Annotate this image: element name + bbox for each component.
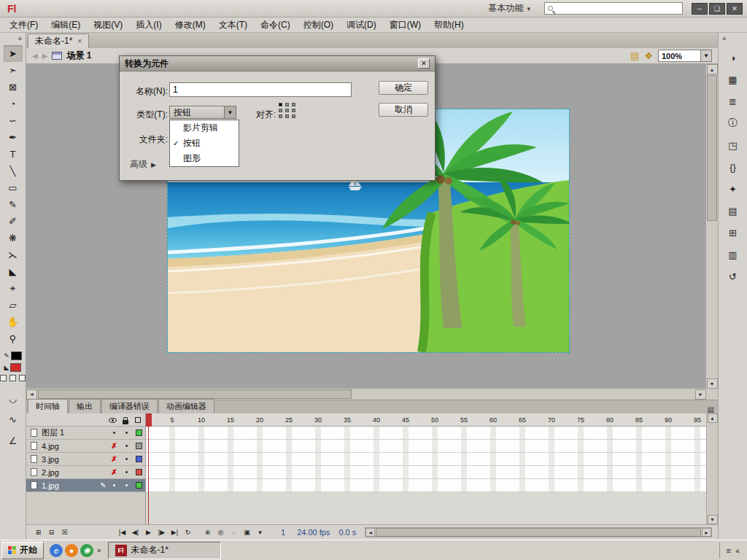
- library-panel-icon[interactable]: ▤: [724, 202, 743, 219]
- layer-row[interactable]: 1.jpg✎••: [26, 479, 706, 492]
- registration-point[interactable]: [279, 109, 282, 112]
- history-panel-icon[interactable]: ↺: [724, 268, 743, 285]
- symbol-type-option[interactable]: ✓按钮: [170, 136, 239, 151]
- layer-visibility-toggle[interactable]: ✗: [108, 468, 120, 476]
- registration-point[interactable]: [279, 103, 282, 106]
- layer-row[interactable]: 图层 1••: [26, 427, 706, 440]
- layer-name-cell[interactable]: 3.jpg✗•: [26, 453, 146, 466]
- layer-lock-toggle[interactable]: •: [120, 455, 133, 463]
- layer-outline-color-swatch[interactable]: [133, 481, 145, 490]
- dialog-title-bar[interactable]: 转换为元件 ✕: [120, 56, 435, 71]
- back-arrow-icon[interactable]: ◀: [32, 52, 38, 60]
- actions-panel-icon[interactable]: ✦: [724, 180, 743, 198]
- delete-layer-button[interactable]: ☒: [58, 526, 71, 538]
- layer-frames-strip[interactable]: [146, 427, 706, 440]
- no-color-button[interactable]: [9, 375, 16, 381]
- onion-skin-outlines-button[interactable]: ◌: [228, 526, 240, 538]
- motion-presets-panel-icon[interactable]: ▥: [724, 246, 743, 263]
- hand-tool[interactable]: ✋: [4, 314, 23, 330]
- layer-lock-toggle[interactable]: •: [120, 468, 133, 476]
- horizontal-scrollbar[interactable]: ◄ ►: [26, 389, 706, 400]
- swap-colors-button[interactable]: [19, 375, 26, 381]
- expand-panels-icon[interactable]: «: [719, 33, 727, 47]
- workspace-switcher[interactable]: 基本功能 ▾: [481, 1, 537, 16]
- layer-row[interactable]: 2.jpg✗•: [26, 466, 706, 479]
- scroll-up-icon[interactable]: ▲: [708, 413, 718, 423]
- tray-collapse-icon[interactable]: «: [735, 546, 740, 555]
- stroke-color-swatch[interactable]: [11, 351, 22, 360]
- layer-lock-toggle[interactable]: •: [120, 481, 133, 489]
- timeline-tab[interactable]: 时间轴: [28, 399, 68, 413]
- brush-tool[interactable]: ✐: [4, 213, 23, 230]
- eyedropper-tool[interactable]: ⌖: [4, 280, 23, 297]
- free-transform-tool[interactable]: ⊠: [4, 79, 23, 96]
- align-panel-icon[interactable]: ≣: [724, 93, 743, 110]
- chevron-down-icon[interactable]: ▼: [224, 106, 236, 118]
- layer-name-cell[interactable]: 1.jpg✎••: [26, 479, 146, 492]
- firefox-icon[interactable]: ●: [65, 544, 78, 557]
- scroll-right-icon[interactable]: ►: [695, 389, 706, 400]
- registration-point[interactable]: [285, 103, 289, 106]
- edit-symbols-icon[interactable]: ❖: [644, 50, 653, 61]
- transform-panel-icon[interactable]: ◳: [724, 136, 743, 154]
- layer-visibility-toggle[interactable]: ✗: [108, 455, 120, 463]
- scroll-up-icon[interactable]: ▲: [707, 64, 718, 74]
- text-tool[interactable]: T: [4, 146, 23, 163]
- layer-name-cell[interactable]: 图层 1••: [26, 427, 146, 440]
- tray-menu-icon[interactable]: ≡: [726, 546, 730, 555]
- subselection-tool[interactable]: ➣: [4, 62, 23, 79]
- layer-frames-strip[interactable]: [146, 453, 706, 466]
- layer-outline-color-swatch[interactable]: [133, 468, 145, 477]
- layer-outline-color-swatch[interactable]: [133, 442, 145, 451]
- frame-rate-readout[interactable]: 24.00 fps: [297, 528, 330, 537]
- layer-name-cell[interactable]: 4.jpg✗•: [26, 440, 146, 453]
- ie-icon[interactable]: e: [50, 544, 63, 557]
- edit-multiple-frames-button[interactable]: ▣: [241, 526, 253, 538]
- info-panel-icon[interactable]: ⓘ: [724, 114, 743, 132]
- paint-bucket-tool[interactable]: ◣: [4, 263, 23, 280]
- start-button[interactable]: 开始: [1, 542, 44, 559]
- scroll-left-icon[interactable]: ◄: [26, 389, 37, 400]
- layer-visibility-toggle[interactable]: •: [108, 429, 120, 437]
- pen-tool[interactable]: ✒: [4, 129, 23, 146]
- lasso-tool[interactable]: ∽: [4, 112, 23, 129]
- smooth-option[interactable]: ∿: [9, 414, 17, 425]
- search-input[interactable]: [556, 4, 679, 13]
- symbol-type-dropdown[interactable]: 按钮 ▼: [169, 106, 236, 119]
- registration-point[interactable]: [292, 103, 295, 106]
- layer-outline-color-swatch[interactable]: [133, 455, 145, 464]
- pencil-tool[interactable]: ✎: [4, 196, 23, 213]
- center-frame-button[interactable]: ⊕: [201, 526, 214, 538]
- loop-button[interactable]: ↻: [182, 526, 194, 538]
- scroll-left-icon[interactable]: ◄: [365, 528, 375, 537]
- show-hide-all-icon[interactable]: [107, 415, 119, 425]
- vertical-scrollbar-thumb[interactable]: [707, 75, 717, 221]
- new-layer-button[interactable]: ⊞: [32, 526, 44, 538]
- forward-arrow-icon[interactable]: ▶: [42, 52, 48, 60]
- layer-visibility-toggle[interactable]: •: [108, 481, 120, 489]
- quick-launch-overflow-icon[interactable]: »: [97, 546, 101, 554]
- menu-item[interactable]: 视图(V): [87, 17, 129, 34]
- symbol-type-option[interactable]: 影片剪辑: [170, 120, 239, 136]
- fill-color-swatch[interactable]: [10, 363, 21, 372]
- search-box[interactable]: [544, 2, 683, 15]
- timeline-scrollbar-thumb[interactable]: [376, 528, 701, 537]
- rectangle-tool[interactable]: ▭: [4, 179, 23, 196]
- swatches-panel-icon[interactable]: ▦: [724, 71, 743, 88]
- step-forward-button[interactable]: |▶: [155, 526, 168, 538]
- registration-point[interactable]: [292, 109, 295, 112]
- timeline-scrollbar[interactable]: ▲ ▼: [706, 413, 718, 524]
- menu-item[interactable]: 帮助(H): [427, 17, 471, 34]
- layer-visibility-toggle[interactable]: ✗: [108, 442, 120, 450]
- new-folder-button[interactable]: ⊟: [45, 526, 58, 538]
- timeline-tab[interactable]: 动画编辑器: [158, 399, 214, 413]
- layer-frames-strip[interactable]: [146, 440, 706, 453]
- menu-item[interactable]: 插入(I): [129, 17, 168, 34]
- minimize-button[interactable]: ─: [692, 3, 708, 15]
- layer-name-cell[interactable]: 2.jpg✗•: [26, 466, 146, 479]
- goto-last-frame-button[interactable]: ▶|: [169, 526, 181, 538]
- deco-tool[interactable]: ❋: [4, 230, 23, 246]
- color-panel-icon[interactable]: ◑: [724, 49, 743, 66]
- zoom-control[interactable]: 100% ▼: [658, 50, 712, 62]
- snap-to-objects-option[interactable]: ◡: [9, 393, 17, 404]
